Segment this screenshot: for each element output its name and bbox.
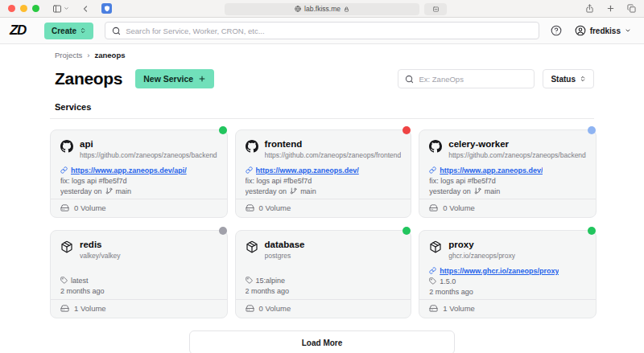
service-source: https://github.com/zaneops/zaneops/backe… [448,151,586,159]
address-bar[interactable]: lab.fkiss.me [225,3,419,15]
share-button[interactable] [585,4,594,13]
service-source: https://github.com/zaneops/zaneops/front… [265,151,402,159]
deploy-time: yesterday on [429,187,471,195]
branch-name: main [116,187,132,195]
image-tag: 15:alpine [256,277,286,285]
service-filter[interactable] [398,69,535,88]
breadcrumb-current[interactable]: zaneops [95,51,126,60]
volume-count: 0 Volume [259,304,291,313]
service-source: valkey/valkey [80,252,121,260]
service-card-frontend[interactable]: frontend https://github.com/zaneops/zane… [235,129,412,218]
section-divider [50,118,594,119]
help-button[interactable] [551,25,562,36]
service-name: celery-worker [448,139,586,150]
status-filter-label: Status [551,75,576,84]
service-name: api [80,139,217,150]
service-source: ghcr.io/zaneops/proxy [448,252,515,260]
new-tab-button[interactable] [606,4,615,13]
service-url-link[interactable]: https://www.ghcr.io/zaneops/proxy [440,267,559,275]
link-icon [246,166,253,174]
extension-button[interactable] [101,3,112,14]
volume-count: 0 Volume [74,203,106,212]
service-card-redis[interactable]: redis valkey/valkey latest 2 months ago … [50,230,228,318]
updated-time: 2 months ago [429,288,586,296]
breadcrumb: Projects › zaneops [50,51,594,60]
updated-time: 2 months ago [246,287,402,295]
minimize-window-button[interactable] [20,5,27,12]
services-section-title: Services [50,102,594,112]
service-card-api[interactable]: api https://github.com/zaneops/zaneops/b… [50,129,228,218]
reader-mode-button[interactable] [424,3,447,15]
service-card-database[interactable]: database postgres 15:alpine 2 months ago… [235,230,412,318]
app-logo[interactable]: ZD [10,23,34,39]
page-title: Zaneops [55,69,122,88]
github-icon [429,140,442,153]
github-icon [60,140,73,153]
new-service-label: New Service [143,74,193,84]
tag-icon [246,277,253,284]
image-tag: 1.5.0 [440,277,456,285]
close-window-button[interactable] [8,5,15,12]
link-icon [60,166,68,174]
user-avatar-icon [575,25,586,36]
service-url-link[interactable]: https://www.app.zaneops.dev/ [440,166,543,174]
package-icon [246,240,258,253]
browser-back-button[interactable] [80,4,90,14]
deploy-time: yesterday on [246,187,287,195]
service-url-link[interactable]: https://www.app.zaneops.dev/ [256,166,359,174]
tabs-icon [627,4,636,13]
search-icon [405,75,414,84]
chevrons-up-down-icon [580,76,586,82]
volume-count: 0 Volume [259,203,291,212]
service-url-link[interactable]: https://www.app.zaneops.dev/api/ [71,166,187,174]
hard-drive-icon [429,203,438,212]
status-dot [588,126,596,134]
username: fredkiss [590,27,621,35]
service-name: proxy [448,240,515,250]
deploy-time: yesterday on [60,187,102,195]
sidebar-toggle-button[interactable] [52,4,69,14]
service-name: redis [80,240,121,250]
service-filter-input[interactable] [419,75,527,84]
plus-icon [198,75,206,83]
globe-icon [295,6,301,12]
git-branch-icon [290,187,297,195]
volume-count: 0 Volume [443,203,475,212]
chevron-left-icon [80,4,90,14]
help-icon [551,25,562,36]
git-branch-icon [474,187,481,195]
commit-message: fix: logs api #fbe5f7d [429,177,586,185]
service-name: frontend [265,139,402,150]
shield-icon [103,5,111,13]
tag-icon [60,277,68,284]
create-button-label: Create [52,27,76,35]
hard-drive-icon [246,203,254,212]
updated-time: 2 months ago [60,287,217,295]
global-search[interactable] [105,22,539,39]
package-icon [429,240,442,253]
user-menu[interactable]: fredkiss [575,25,631,36]
status-dot [588,227,596,235]
global-search-input[interactable] [126,27,532,35]
load-more-button[interactable]: Load More [189,330,455,353]
link-icon [429,166,436,174]
status-filter-button[interactable]: Status [543,69,594,88]
chevrons-up-down-icon [80,27,86,34]
tab-overview-button[interactable] [627,4,636,13]
breadcrumb-projects[interactable]: Projects [55,51,82,60]
volume-count: 1 Volume [74,304,106,313]
app-header: ZD Create fredkiss [0,18,644,44]
zoom-window-button[interactable] [32,5,39,12]
service-card-proxy[interactable]: proxy ghcr.io/zaneops/proxy https://www.… [419,230,597,318]
service-source: postgres [265,252,305,260]
service-card-celery-worker[interactable]: celery-worker https://github.com/zaneops… [419,129,597,218]
reader-icon [432,6,440,13]
commit-message: fix: logs api #fbe5f7d [246,177,402,185]
lock-icon [344,6,349,12]
title-row: Zaneops New Service Status [50,69,594,88]
create-button[interactable]: Create [44,23,93,39]
browser-chrome: lab.fkiss.me [0,0,644,18]
new-service-button[interactable]: New Service [135,69,214,88]
status-dot [219,227,227,235]
branch-name: main [485,187,501,195]
